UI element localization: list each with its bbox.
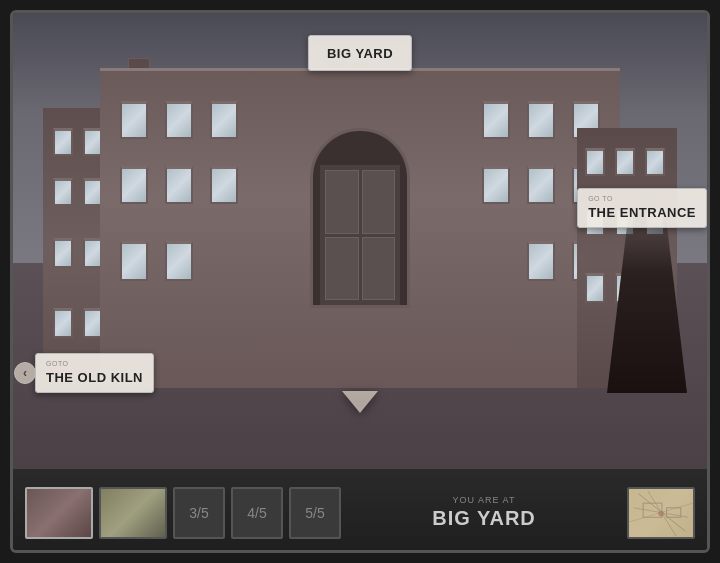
thumb-5-label: 5/5 — [305, 505, 324, 521]
thumbnail-4[interactable]: 4/5 — [231, 487, 283, 539]
window — [120, 241, 148, 281]
tooltip-entrance[interactable]: GO TO THE ENTRANCE › — [577, 188, 707, 228]
map-thumbnail[interactable] — [627, 487, 695, 539]
arch-entrance — [310, 128, 410, 308]
thumbnail-2[interactable] — [99, 487, 167, 539]
door-panel — [325, 237, 359, 301]
thumbnail-1[interactable] — [25, 487, 93, 539]
window — [527, 166, 555, 204]
window — [527, 101, 555, 139]
window — [527, 241, 555, 281]
tooltip-old-kiln[interactable]: ‹ GOTO THE OLD KILN — [35, 353, 154, 393]
window — [482, 166, 510, 204]
door-panel — [362, 237, 396, 301]
thumb-3-label: 3/5 — [189, 505, 208, 521]
window — [53, 308, 73, 338]
window — [120, 166, 148, 204]
arch-door — [320, 165, 400, 305]
thumb-img-1 — [27, 489, 91, 537]
window — [120, 101, 148, 139]
left-nav-arrow[interactable]: ‹ — [14, 362, 36, 384]
tooltip-big-yard[interactable]: BIG YARD — [308, 35, 412, 71]
window — [585, 273, 605, 303]
app-container: BIG YARD ‹ GOTO THE OLD KILN GO TO THE E… — [10, 10, 710, 553]
left-arrow-icon: ‹ — [23, 366, 27, 380]
tooltip-entrance-name: THE ENTRANCE — [588, 205, 696, 220]
window — [53, 238, 73, 268]
window — [165, 241, 193, 281]
window — [482, 101, 510, 139]
right-nav-arrow[interactable]: › — [706, 197, 707, 219]
window — [165, 166, 193, 204]
window — [210, 166, 238, 204]
tooltip-big-yard-label: BIG YARD — [327, 46, 393, 61]
scene: BIG YARD ‹ GOTO THE OLD KILN GO TO THE E… — [13, 13, 707, 468]
map-svg — [629, 489, 693, 538]
svg-point-7 — [658, 510, 664, 516]
window — [165, 101, 193, 139]
thumb-4-label: 4/5 — [247, 505, 266, 521]
tooltip-goto-old-kiln-label: GOTO — [46, 360, 143, 367]
thumb-img-2 — [101, 489, 165, 537]
you-are-at-section: YOU ARE AT BIG YARD — [347, 495, 621, 530]
you-are-at-name: BIG YARD — [432, 507, 536, 530]
window — [645, 148, 665, 176]
window — [585, 148, 605, 176]
thumbnail-3[interactable]: 3/5 — [173, 487, 225, 539]
tooltip-goto-entrance-label: GO TO — [588, 195, 696, 202]
building-main — [100, 68, 620, 388]
window — [615, 148, 635, 176]
window — [53, 128, 73, 156]
window — [210, 101, 238, 139]
navigate-down-arrow[interactable] — [342, 391, 378, 413]
bottom-bar: 3/5 4/5 5/5 YOU ARE AT BIG YARD — [13, 468, 707, 553]
window — [53, 178, 73, 206]
door-panel — [325, 170, 359, 234]
tooltip-old-kiln-name: THE OLD KILN — [46, 370, 143, 385]
thumbnail-5[interactable]: 5/5 — [289, 487, 341, 539]
you-are-at-label: YOU ARE AT — [453, 495, 516, 505]
door-panel — [362, 170, 396, 234]
